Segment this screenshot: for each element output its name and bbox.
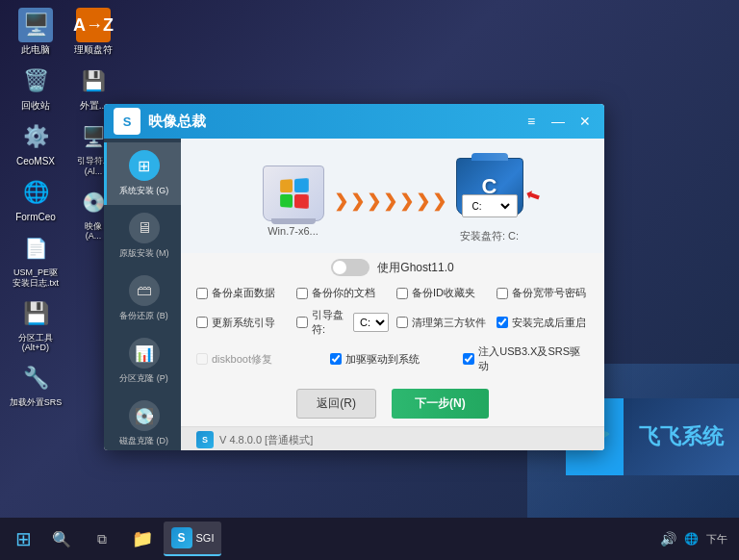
task-view-icon: ⧉ [97,531,107,547]
checkbox-backup-desktop[interactable] [196,288,208,299]
checkbox-restart-after[interactable] [497,317,508,328]
options-row2: 更新系统引导 引导盘符: C: D: 清理第三方软件 [181,304,604,341]
arrow-2: ❯ [350,191,365,212]
checkbox-backup-favorites[interactable] [396,288,408,299]
option-clean-third[interactable]: 清理第三方软件 [396,308,489,337]
option-label: 更新系统引导 [212,316,275,330]
start-button[interactable]: ⊞ [4,522,42,556]
window-body: ⊞ 系统安装 (G) 🖥 原版安装 (M) 🗃 备份还原 (B) 📊 分区克隆 … [104,139,604,450]
ghost-toggle-label: 使用Ghost11.0 [377,260,453,276]
sidebar-item-backup-restore[interactable]: 🗃 备份还原 (B) [104,267,181,330]
option-backup-favorites[interactable]: 备份ID收藏夹 [396,286,489,300]
desktop-icon-label: 此电脑 [21,44,50,56]
desktop-icon-label: FormCeo [15,212,56,223]
sidebar-item-label: 分区克隆 (P) [119,372,168,385]
ghost-toggle-row: 使用Ghost11.0 [181,253,604,282]
window-minimize-button[interactable]: — [548,112,568,131]
desktop-icon-computer[interactable]: 🖥️ 此电脑 [8,8,64,56]
option-add-driver[interactable]: 加驱驱动到系统 [330,344,456,373]
desktop-icon-label: 理顺盘符 [74,44,113,56]
desktop-icon-formceo[interactable]: 🌐 FormCeo [8,175,64,223]
taskbar: ⊞ 🔍 ⧉ 📁 S SGI 🔊 🌐 下午 [0,518,739,560]
checkbox-bootloader[interactable] [296,317,308,328]
feixi-label: 飞飞系统 [639,422,724,451]
option-label: 引导盘符: [312,308,347,337]
sidebar-item-disk-clone[interactable]: 💽 磁盘克隆 (D) [104,393,181,450]
checkbox-inject-usb3[interactable] [463,353,474,365]
option-label: 注入USB3.X及SRS驱动 [478,344,589,373]
clock: 下午 [706,532,727,547]
option-label: 安装完成后重启 [512,316,586,330]
bootloader-drive-select[interactable]: C: D: [353,313,389,332]
option-label: 清理第三方软件 [412,316,486,330]
checkbox-backup-docs[interactable] [296,288,308,299]
partition-clone-icon: 📊 [129,338,160,369]
taskbar-explorer[interactable]: 📁 [123,522,162,556]
network-icon[interactable]: 🌐 [684,532,699,546]
ghost-toggle-switch[interactable] [331,259,370,276]
option-restart-after[interactable]: 安装完成后重启 [497,308,589,337]
desktop-icon-label: 映像(A... [85,221,102,242]
option-update-boot[interactable]: 更新系统引导 [196,308,289,337]
sgi-label: SGI [196,532,215,544]
original-install-icon: 🖥 [129,213,160,243]
taskbar-taskview[interactable]: ⧉ [83,522,121,556]
back-button[interactable]: 返回(R) [296,389,376,419]
search-icon: 🔍 [52,530,71,548]
window-menu-button[interactable]: ≡ [522,112,541,131]
arrow-7: ❯ [432,191,446,212]
checkbox-backup-wifi[interactable] [497,288,508,299]
desktop-icon-label: 加载外置SRS [10,397,63,408]
desktop-icon-jiazai[interactable]: 🔧 加载外置SRS [8,361,64,408]
flow-source: Win.7-x6... [263,165,324,237]
backup-restore-icon: 🗃 [129,275,160,306]
option-backup-docs[interactable]: 备份你的文档 [296,286,389,300]
next-button[interactable]: 下一步(N) [392,389,489,419]
checkbox-add-driver[interactable] [330,353,342,365]
desktop-icon-recycle[interactable]: 🗑️ 回收站 [8,64,64,112]
option-backup-wifi[interactable]: 备份宽带号密码 [497,286,589,300]
action-buttons: 返回(R) 下一步(N) [181,377,604,426]
source-disk-icon [263,165,324,221]
option-diskboot[interactable]: diskboot修复 [196,344,322,373]
desktop-icon-ceomsx[interactable]: ⚙️ CeoMSX [8,119,64,167]
arrow-1: ❯ [334,191,348,212]
disk-clone-icon: 💽 [129,400,160,431]
dest-drive-select[interactable]: C: D: E: [467,196,513,216]
window-close-button[interactable]: ✕ [575,112,595,131]
sidebar-item-system-install[interactable]: ⊞ 系统安装 (G) [104,142,181,205]
desktop-icon-partition[interactable]: 💾 分区工具(Alt+D) [8,296,64,354]
desktop-icon-usm-pe[interactable]: 📄 USM_PE驱安装日志.txt [8,231,64,289]
sidebar-item-label: 原版安装 (M) [119,247,169,260]
red-pointer-arrow: ⬅ [522,183,544,208]
taskbar-sgi[interactable]: S SGI [164,522,221,556]
speaker-icon[interactable]: 🔊 [660,531,676,547]
app-window: S 映像总裁 ≡ — ✕ ⊞ 系统安装 (G) 🖥 原版安装 (M) [104,104,604,450]
sidebar-item-partition-clone[interactable]: 📊 分区克隆 (P) [104,330,181,393]
desktop-icon-label: 回收站 [21,100,50,112]
sidebar-item-original-install[interactable]: 🖥 原版安装 (M) [104,205,181,267]
option-bootloader: 引导盘符: C: D: [296,308,389,337]
flow-destination: C ⬅ C: D: E: [456,158,523,243]
option-inject-usb3[interactable]: 注入USB3.X及SRS驱动 [463,344,589,373]
checkbox-clean-third[interactable] [396,317,408,328]
taskbar-icons: 🔍 ⧉ 📁 S SGI [42,522,660,556]
sidebar: ⊞ 系统安装 (G) 🖥 原版安装 (M) 🗃 备份还原 (B) 📊 分区克隆 … [104,139,181,450]
flow-arrows: ❯ ❯ ❯ ❯ ❯ ❯ ❯ [334,191,446,212]
option-label: 备份桌面数据 [212,286,275,300]
checkbox-update-boot[interactable] [196,317,208,328]
option-label: 加驱驱动到系统 [345,352,420,367]
window-controls: ≡ — ✕ [522,112,595,131]
version-bar: S V 4.8.0.0 [普通模式] [181,426,604,450]
arrow-6: ❯ [416,191,430,212]
option-label: diskboot修复 [212,352,272,367]
window-titlebar: S 映像总裁 ≡ — ✕ [104,104,604,139]
option-backup-desktop[interactable]: 备份桌面数据 [196,286,289,300]
desktop-icon-azy[interactable]: A→Z 理顺盘符 [65,8,121,56]
desktop: 🖥️ 此电脑 🗑️ 回收站 ⚙️ CeoMSX 🌐 FormCeo 📄 [0,0,739,518]
option-label: 备份你的文档 [312,286,375,300]
window-title: 映像总裁 [148,113,522,131]
options-row1: 备份桌面数据 备份你的文档 备份ID收藏夹 备份宽带号密码 [181,282,604,304]
desktop-icon-label: 外置... [80,100,107,112]
taskbar-search[interactable]: 🔍 [42,522,81,556]
